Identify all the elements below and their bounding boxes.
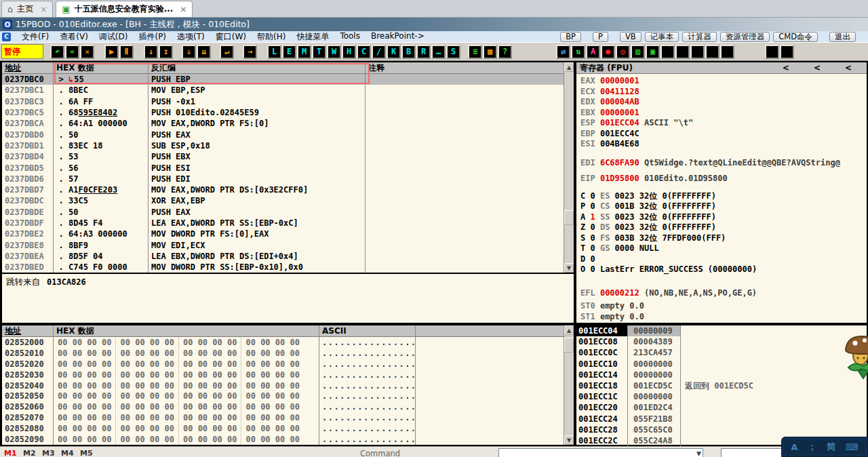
list-icon[interactable]: ≡	[468, 45, 482, 59]
flag-line[interactable]: Z 0 DS 0023 32位 0(FFFFFFFF)	[580, 222, 867, 233]
log-window-icon[interactable]: L	[267, 45, 281, 59]
explorer-button[interactable]: 资源管理器	[720, 32, 770, 42]
close-program-icon[interactable]: ✕	[80, 45, 94, 59]
registers-collapse-chevrons[interactable]: <<<	[783, 63, 867, 73]
flag-line[interactable]: S 0 FS 003B 32位 7FFDF000(FFF)	[580, 233, 867, 244]
disasm-row[interactable]: 0237DBC5.68 595E8402PUSH 010Edito.02845E…	[2, 107, 564, 118]
memory-tab-m3[interactable]: M3	[42, 449, 55, 457]
column-header-hexdata[interactable]: HEX 数据	[54, 62, 149, 73]
register-line[interactable]: EBX 00000001	[580, 108, 867, 119]
go-to-icon[interactable]: →	[243, 45, 257, 59]
disasm-row[interactable]: 0237DBCA.64:A1 000000MOV EAX,DWORD PTR F…	[2, 118, 564, 129]
disasm-row[interactable]: 0237DBDE.50PUSH EAX	[2, 207, 564, 218]
column-header-disassembly[interactable]: 反汇编	[149, 62, 366, 73]
dump-row[interactable]: 0285204000 00 00 0000 00 00 0000 00 00 0…	[2, 380, 564, 391]
executables-window-icon[interactable]: E	[282, 45, 296, 59]
ime-punctuation-icon[interactable]: ；	[808, 441, 816, 453]
memory-tab-m5[interactable]: M5	[80, 449, 93, 457]
memory-tab-m2[interactable]: M2	[23, 449, 36, 457]
execute-till-return-icon[interactable]: ↵	[220, 45, 234, 59]
menu-debug[interactable]: 调试(D)	[94, 31, 134, 43]
register-line[interactable]: EFL 00000212 (NO,NB,NE,A,NS,PO,GE,G)	[580, 288, 867, 299]
stack-row[interactable]: 001ECC0400000009	[576, 325, 867, 336]
dump-row[interactable]: 0285207000 00 00 0000 00 00 0000 00 00 0…	[2, 412, 564, 423]
disasm-row[interactable]: 0237DBEA.8D5F 04LEA EBX,DWORD PTR DS:[ED…	[2, 251, 564, 262]
disasm-row[interactable]: 0237DBC3.6A FFPUSH -0x1	[2, 96, 564, 107]
memory-map-icon[interactable]: ▥	[631, 45, 645, 59]
stack-row[interactable]: 001ECC1C00000000	[576, 391, 867, 402]
dump-row[interactable]: 0285203000 00 00 0000 00 00 0000 00 00 0…	[2, 370, 564, 380]
menu-options[interactable]: 选项(T)	[172, 31, 210, 43]
disasm-row[interactable]: 0237DBED.C745 F0 0000MOV DWORD PTR SS:[E…	[2, 262, 564, 273]
threads-window-icon[interactable]: T	[312, 45, 326, 59]
jump-from-address[interactable]: 013CA826	[47, 277, 86, 287]
assemble-icon[interactable]: A	[586, 45, 600, 59]
dump-row[interactable]: 0285209000 00 00 0000 00 00 0000 00 00 0…	[2, 434, 564, 445]
menu-shortcut[interactable]: 快捷菜单	[291, 31, 334, 43]
blank-toolbar-button[interactable]	[690, 45, 705, 59]
menu-plugins[interactable]: 插件(P)	[133, 31, 172, 43]
stack-row[interactable]: 001ECC24055F21B8	[576, 414, 867, 424]
scroll-up-icon[interactable]: ▲	[564, 325, 574, 335]
stack-row[interactable]: 001ECC0800004389	[576, 336, 867, 347]
notepad-button[interactable]: 记事本	[645, 32, 679, 42]
step-over-icon[interactable]: ↧	[159, 45, 173, 59]
app-menu-icon[interactable]: C	[2, 33, 11, 41]
memory-tab-m1[interactable]: M1	[4, 449, 17, 457]
disasm-row[interactable]: 0237DBC1.8BECMOV EBP,ESP	[2, 85, 564, 96]
register-line[interactable]: EDX 000004AB	[580, 97, 867, 108]
help-icon[interactable]: ?	[498, 45, 512, 59]
grid-icon[interactable]: ▦	[483, 45, 497, 59]
vb-button[interactable]: VB	[620, 32, 642, 42]
exit-button[interactable]: 退出	[829, 32, 856, 42]
handles-window-icon[interactable]: H	[342, 45, 356, 59]
references-window-icon[interactable]: R	[416, 45, 431, 59]
dump-row[interactable]: 0285201000 00 00 0000 00 00 0000 00 00 0…	[2, 348, 564, 359]
register-line[interactable]: EDI 6C68FA90 Qt5Widge.?text@QLineEdit@@Q…	[580, 158, 867, 169]
chevron-left-icon[interactable]: <	[845, 63, 852, 73]
blank-toolbar-button[interactable]	[705, 45, 719, 59]
dump-column-address[interactable]: 地址	[2, 325, 54, 336]
stack-row[interactable]: 001ECC1000000000	[576, 359, 867, 370]
ime-simplified-icon[interactable]: 简	[827, 441, 835, 453]
blank-toolbar-button[interactable]	[720, 45, 734, 59]
target-icon[interactable]: ◎	[616, 45, 630, 59]
stack-row[interactable]: 001ECC20001ED2C4	[576, 402, 867, 413]
step-into-icon[interactable]: ↓	[144, 45, 158, 59]
scroll-down-icon[interactable]: ▼	[564, 435, 574, 445]
disasm-row[interactable]: 0237DBC0>↳55PUSH EBP	[2, 74, 564, 85]
disasm-row[interactable]: 0237DBD7.A1 F0CFE203MOV EAX,DWORD PTR DS…	[2, 184, 564, 195]
cmd-button[interactable]: CMD命令	[773, 32, 818, 42]
restart-icon[interactable]: ↶	[50, 45, 64, 59]
disassembly-scrollbar[interactable]: ▲ ▼	[564, 62, 574, 273]
register-line[interactable]: ST0 empty 0.0	[580, 301, 867, 312]
disasm-row[interactable]: 0237DBD6.57PUSH EDI	[2, 174, 564, 184]
p-button[interactable]: P	[593, 32, 608, 42]
close-icon[interactable]: ×	[180, 5, 186, 14]
call-stack-window-icon[interactable]: K	[387, 45, 401, 59]
ime-toolbar[interactable]: A；简⌨	[781, 437, 868, 457]
scroll-up-icon[interactable]: ▲	[564, 62, 574, 72]
register-line[interactable]: ESP 001ECC04 ASCII "\t"	[580, 118, 867, 129]
blank-toolbar-button[interactable]	[660, 45, 675, 59]
flag-line[interactable]: C 0 ES 0023 32位 0(FFFFFFFF)	[580, 191, 867, 202]
ime-keyboard-icon[interactable]: ⌨	[846, 442, 859, 452]
browser-tab[interactable]: ⌂主页×	[1, 1, 53, 17]
patches-window-icon[interactable]: /	[372, 45, 386, 59]
menu-tools[interactable]: Tools	[334, 31, 366, 43]
disasm-row[interactable]: 0237DBD0.50PUSH EAX	[2, 129, 564, 140]
breakpoints-window-icon[interactable]: B	[401, 45, 416, 59]
chevron-left-icon[interactable]: <	[783, 63, 789, 73]
column-header-address[interactable]: 地址	[2, 62, 54, 73]
menu-window[interactable]: 窗口(W)	[210, 31, 252, 43]
calculator-button[interactable]: 计算器	[682, 32, 717, 42]
disasm-row[interactable]: 0237DBD4.53PUSH EBX	[2, 151, 564, 162]
flag-line[interactable]: D 0	[580, 254, 867, 265]
run-icon[interactable]: ▶	[104, 45, 119, 59]
column-header-comment[interactable]: 注释	[366, 62, 574, 73]
dump-row[interactable]: 0285205000 00 00 0000 00 00 0000 00 00 0…	[2, 391, 564, 401]
dropdown-arrow-icon[interactable]: ▼	[696, 450, 701, 457]
source-window-icon[interactable]: S	[446, 45, 460, 59]
animate-into-icon[interactable]: ⇓	[182, 45, 196, 59]
register-line[interactable]: ESI 004B4E68	[580, 139, 867, 150]
